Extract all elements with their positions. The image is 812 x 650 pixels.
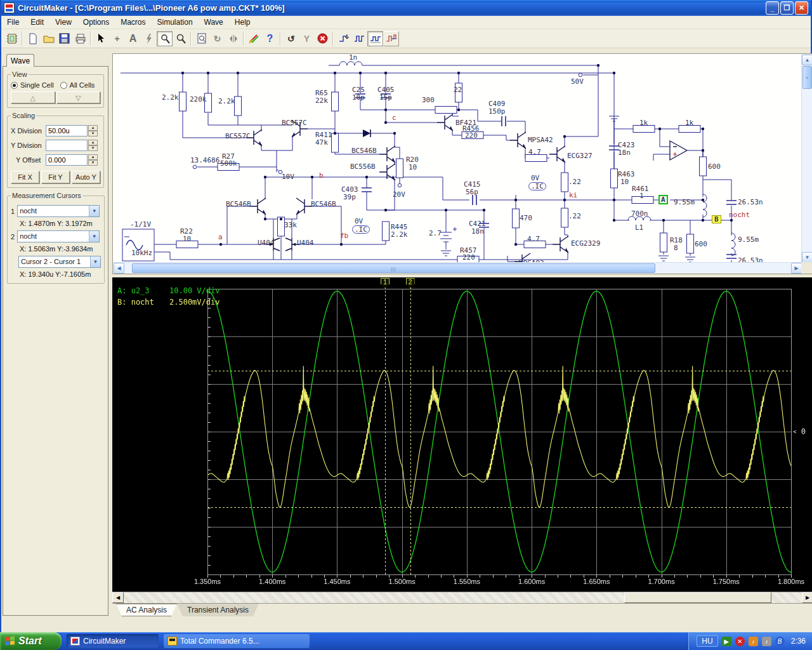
close-button[interactable]: ✕: [795, 1, 808, 15]
chevron-down-icon[interactable]: ▼: [90, 256, 100, 267]
task-button-total-commander[interactable]: Total Commander 6.5...: [164, 634, 310, 648]
scaling-legend: Scaling: [11, 112, 36, 119]
help-icon[interactable]: ?: [262, 31, 278, 46]
scope-square-wave-icon[interactable]: [351, 31, 367, 46]
search-document-icon[interactable]: [193, 31, 209, 46]
cursor2-signal-select[interactable]: nocht ▼: [17, 230, 100, 242]
menu-wave[interactable]: Wave: [199, 17, 229, 28]
menu-macros[interactable]: Macros: [115, 17, 151, 28]
save-icon[interactable]: [56, 31, 72, 46]
scroll-right-icon[interactable]: ▶: [802, 592, 812, 603]
zero-level-marker: < 0: [793, 427, 806, 436]
reset-icon[interactable]: ↺: [283, 31, 299, 46]
radio-all-cells-label: All Cells: [70, 81, 95, 89]
scope-pulse-icon[interactable]: [367, 31, 383, 46]
audio-device-icon[interactable]: ♪: [762, 637, 771, 646]
menu-view[interactable]: View: [49, 17, 77, 28]
language-indicator[interactable]: HU: [697, 635, 717, 647]
menu-bar: FileEditViewOptionsMacrosSimulationWaveH…: [1, 16, 811, 29]
y-offset-spinner[interactable]: ▲▼: [88, 154, 98, 166]
radio-all-cells[interactable]: [60, 82, 67, 89]
tab-wave[interactable]: Wave: [6, 54, 34, 67]
windows-flag-icon: [5, 636, 15, 647]
zoom-icon[interactable]: [173, 31, 188, 46]
x-tick-label: 1.700ms: [643, 578, 681, 585]
circuit-board-icon[interactable]: [4, 31, 20, 46]
stop-icon[interactable]: [315, 31, 331, 46]
scope-step-icon[interactable]: [336, 31, 351, 46]
schematic-label: 9.55m: [738, 236, 759, 243]
scope-multi-trace-icon[interactable]: [383, 31, 399, 46]
probe-tool-icon[interactable]: [157, 31, 173, 46]
schematic-label: R463: [618, 171, 635, 178]
text-tool-icon[interactable]: A: [125, 31, 141, 46]
menu-file[interactable]: File: [1, 17, 25, 28]
rotate-icon[interactable]: ↻: [209, 31, 225, 46]
waveform-display[interactable]: A: u2_310.00 V/div B: nocht2.500mV/div 1…: [112, 277, 812, 592]
schematic-label: 9.55m: [674, 199, 695, 206]
schematic-label: 220: [462, 254, 475, 261]
restore-button[interactable]: ❐: [780, 1, 794, 15]
cursor-diff-select[interactable]: Cursor 2 - Cursor 1 ▼: [18, 256, 101, 268]
schematic-label: 300: [422, 96, 435, 103]
select-cursor-icon[interactable]: [93, 31, 109, 46]
cell-up-button[interactable]: △: [11, 91, 55, 103]
wishbone-icon[interactable]: Y: [299, 31, 315, 46]
scroll-left-icon[interactable]: ◀: [114, 263, 124, 274]
schematic-label: 15p: [379, 94, 392, 101]
x-division-input[interactable]: [46, 125, 88, 136]
split-view-icon[interactable]: [225, 31, 241, 46]
open-folder-icon[interactable]: [41, 31, 56, 46]
schematic-canvas[interactable]: 1n2.2k220k2.2kR6522kC2510pC40515p30022C4…: [113, 54, 802, 263]
schematic-vertical-scrollbar[interactable]: ▲ ≡ ▼: [801, 54, 812, 263]
minimize-button[interactable]: _: [766, 1, 779, 15]
schematic-label: ki: [569, 192, 577, 199]
cursor1-signal-select[interactable]: nocht ▼: [17, 205, 100, 217]
schematic-editor[interactable]: 1n2.2k220k2.2kR6522kC2510pC40515p30022C4…: [112, 53, 812, 274]
menu-help[interactable]: Help: [229, 17, 256, 28]
taskbar: Start CircuitMakerTotal Commander 6.5...…: [0, 632, 812, 650]
auto-y-button[interactable]: Auto Y: [72, 171, 100, 183]
task-button-circuitmaker[interactable]: CircuitMaker: [67, 634, 159, 648]
schematic-label: 470: [520, 215, 532, 222]
menu-edit[interactable]: Edit: [25, 17, 49, 28]
y-division-input[interactable]: [46, 140, 88, 151]
y-offset-input[interactable]: [46, 154, 88, 166]
radio-single-cell[interactable]: [11, 82, 18, 89]
scrollbar-thumb[interactable]: |||: [132, 263, 655, 273]
scroll-right-icon[interactable]: ▶: [791, 263, 802, 274]
print-icon[interactable]: [72, 31, 88, 46]
tab-transient-analysis[interactable]: Transient Analysis: [177, 604, 259, 616]
y-division-spinner[interactable]: ▲▼: [88, 140, 98, 151]
scrollbar-thumb[interactable]: [624, 592, 771, 603]
schematic-label: R20: [406, 156, 419, 163]
new-file-icon[interactable]: [25, 31, 41, 46]
volume-icon[interactable]: ♪: [749, 637, 758, 646]
menu-options[interactable]: Options: [77, 17, 115, 28]
fit-y-button[interactable]: Fit Y: [41, 171, 70, 183]
schematic-horizontal-scrollbar[interactable]: ◀ ||| ▶: [113, 262, 802, 274]
schematic-label: a: [218, 234, 223, 241]
bluetooth-icon[interactable]: B: [775, 637, 785, 646]
scroll-left-icon[interactable]: ◀: [112, 592, 124, 603]
tab-ac-analysis[interactable]: AC Analysis: [116, 604, 177, 616]
lightning-icon[interactable]: [141, 31, 157, 46]
wire-edit-icon[interactable]: [246, 31, 262, 46]
tray-app-icon[interactable]: ▶: [722, 637, 731, 646]
waveform-canvas[interactable]: [112, 277, 812, 592]
schematic-label: 47k: [315, 139, 328, 146]
fit-x-button[interactable]: Fit X: [11, 171, 39, 183]
menu-simulation[interactable]: Simulation: [152, 17, 199, 28]
chevron-down-icon[interactable]: ▼: [89, 206, 99, 216]
scroll-down-icon[interactable]: ▼: [802, 252, 812, 263]
start-button[interactable]: Start: [0, 632, 62, 650]
security-alert-icon[interactable]: ✕: [735, 637, 745, 646]
x-division-spinner[interactable]: ▲▼: [88, 125, 98, 136]
scrollbar-thumb[interactable]: ≡: [802, 66, 812, 89]
chevron-down-icon[interactable]: ▼: [89, 231, 99, 242]
schematic-label: 10p: [352, 94, 365, 101]
waveform-horizontal-scrollbar[interactable]: ◀ ▶: [112, 592, 812, 603]
cell-down-button[interactable]: ▽: [56, 91, 101, 103]
scroll-up-icon[interactable]: ▲: [802, 55, 812, 65]
place-part-icon[interactable]: +: [109, 31, 125, 46]
